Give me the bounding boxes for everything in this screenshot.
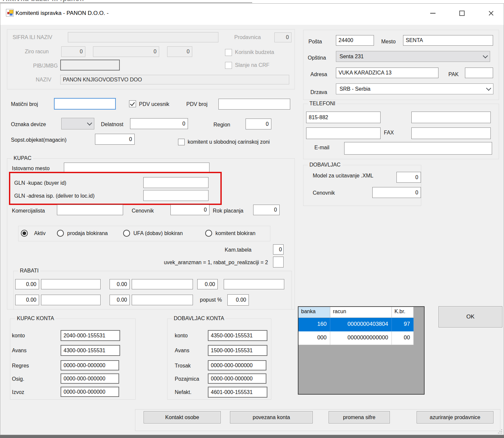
kupac-regres-input[interactable] <box>61 360 119 370</box>
dob-avans-input[interactable] <box>208 345 267 356</box>
promena-sifre-button[interactable]: promena sifre <box>329 411 390 423</box>
pdv-ucesnik-checkbox[interactable] <box>129 100 136 107</box>
minimize-button[interactable] <box>427 8 438 19</box>
minimize-icon <box>430 13 435 14</box>
povezana-konta-button[interactable]: povezana konta <box>230 411 313 423</box>
mesto-label: Mesto <box>381 39 396 45</box>
radio-ufa-blokiran[interactable] <box>123 230 130 237</box>
maximize-button[interactable] <box>456 8 468 19</box>
dob-konto-input[interactable] <box>208 330 267 341</box>
azuriranje-prodavnice-button[interactable]: azuriranje prodavnice <box>417 411 493 423</box>
istovarno-mesto-input[interactable] <box>64 163 209 172</box>
gln-adresa-input[interactable] <box>143 190 208 201</box>
kupac-izvoz-input[interactable] <box>61 387 119 397</box>
pib-jmbg-label: PIB/JMBG <box>33 63 58 69</box>
sopst-objekat-label: Sopst.objekat(magacin) <box>11 137 67 143</box>
naziv-input[interactable] <box>60 75 289 84</box>
bank-table-row-selected[interactable]: 160 0000000403804 97 <box>298 318 424 331</box>
pdv-broj-input[interactable] <box>218 99 290 110</box>
dob-pozajmica-label: Pozajmica <box>175 376 199 382</box>
slanje-crf-checkbox[interactable] <box>225 62 232 69</box>
adresa-input[interactable] <box>336 68 438 78</box>
adresa-label: Adresa <box>310 72 327 77</box>
kupac-konto-input[interactable] <box>61 330 120 341</box>
radio-aktiv[interactable] <box>21 230 28 237</box>
aranzman-input[interactable] <box>273 257 284 268</box>
rabat-3-pct-input[interactable] <box>197 279 218 289</box>
ok-button[interactable]: OK <box>438 306 502 327</box>
sopst-objekat-input[interactable] <box>95 134 135 145</box>
bank-table-row[interactable]: 000 0000000000000 00 <box>298 331 424 345</box>
radio-ufa-blokiran-label: UFA (dobav) blokiran <box>133 230 183 236</box>
maticni-broj-label: Matični broj <box>11 101 38 107</box>
dobavljac-cenovnik-input[interactable] <box>372 187 421 198</box>
rabat-3-name-input[interactable] <box>224 279 284 289</box>
close-button[interactable] <box>485 8 497 19</box>
bank-table-header-racun[interactable]: racun <box>330 307 392 318</box>
rabat-1-pct-input[interactable] <box>15 279 39 289</box>
kontakt-osobe-button[interactable]: Kontakt osobe <box>144 411 221 423</box>
drzava-combo[interactable]: SRB - Serbia <box>336 83 493 94</box>
maticni-broj-input[interactable] <box>54 98 116 110</box>
rabat-4-name-input[interactable] <box>41 295 101 305</box>
kupac-konta-title: KUPAC KONTA <box>15 316 56 321</box>
pib-jmbg-input[interactable] <box>60 60 120 71</box>
dob-konto-label: konto <box>175 333 188 339</box>
radio-prodaja-blokirana[interactable] <box>57 230 64 237</box>
bank-table-header-banka[interactable]: banka <box>298 307 330 318</box>
model-xml-input[interactable] <box>396 172 421 183</box>
telefon-3-input[interactable] <box>306 127 381 139</box>
mesto-input[interactable] <box>403 35 493 46</box>
kam-tabela-input[interactable] <box>273 244 284 255</box>
rabat-1-name-input[interactable] <box>41 279 101 289</box>
rabat-5-pct-input[interactable] <box>110 295 130 305</box>
komercijalista-label: Komercijalista <box>12 208 45 214</box>
popust-input[interactable] <box>227 294 249 306</box>
rok-placanja-input[interactable] <box>253 205 280 215</box>
radio-komitent-blokiran[interactable] <box>205 230 212 237</box>
resize-grip-icon[interactable] <box>498 429 502 433</box>
dob-nefakt-label: Nefakt. <box>175 389 192 395</box>
naziv-label: NAZIV <box>36 77 51 83</box>
rabat-4-pct-input[interactable] <box>15 295 39 305</box>
window-title: Komitenti ispravka - PANON D.O.O. - <box>16 10 109 17</box>
dob-nefakt-input[interactable] <box>208 387 267 398</box>
ziro-racun-input-2[interactable] <box>93 46 159 57</box>
rabat-5-name-input[interactable] <box>132 295 193 305</box>
ziro-racun-input-1[interactable] <box>61 46 85 57</box>
rabat-2-pct-input[interactable] <box>110 279 130 289</box>
komercijalista-input[interactable] <box>57 205 123 215</box>
dob-pozajmica-input[interactable] <box>208 373 266 384</box>
dob-trosak-label: Trosak <box>175 363 191 369</box>
kupac-cenovnik-input[interactable] <box>170 205 209 215</box>
bank-cell: 97 <box>392 318 414 331</box>
region-input[interactable] <box>246 119 271 129</box>
delatnost-input[interactable] <box>130 118 188 129</box>
posta-input[interactable] <box>336 35 374 46</box>
pak-input[interactable] <box>465 68 493 78</box>
kupac-konto-label: konto <box>12 333 25 339</box>
kupac-avans-input[interactable] <box>61 345 120 356</box>
gln-kupac-input[interactable] <box>143 177 208 188</box>
carinska-zona-checkbox[interactable] <box>178 139 185 145</box>
aranzman-label: uvek_aranzman = 1, rabat_po_realizaciji … <box>140 260 268 266</box>
oznaka-devize-combo[interactable] <box>61 118 94 129</box>
sifra-input[interactable] <box>68 32 218 42</box>
bank-table: banka racun K.br. 160 0000000403804 97 0… <box>298 306 425 395</box>
model-xml-label: Model za ucitavanje .XML <box>313 173 373 179</box>
kupac-osig-input[interactable] <box>61 373 119 384</box>
ziro-racun-input-3[interactable] <box>167 46 192 57</box>
bank-table-header-kbr[interactable]: K.br. <box>392 307 414 318</box>
sifra-label: SIFRA ILI NAZIV <box>13 34 52 40</box>
rabat-2-name-input[interactable] <box>132 279 193 289</box>
fax-input[interactable] <box>411 127 491 139</box>
prodavnica-input[interactable] <box>274 32 292 42</box>
email-input[interactable] <box>344 142 492 155</box>
app-icon <box>6 9 14 17</box>
opstina-combo[interactable]: Senta 231 <box>336 51 490 62</box>
korisnik-budzeta-checkbox[interactable] <box>225 49 232 56</box>
telefon-1-input[interactable] <box>306 112 381 123</box>
pak-label: PAK <box>448 72 459 77</box>
telefon-2-input[interactable] <box>411 112 491 123</box>
dob-trosak-input[interactable] <box>208 360 266 370</box>
